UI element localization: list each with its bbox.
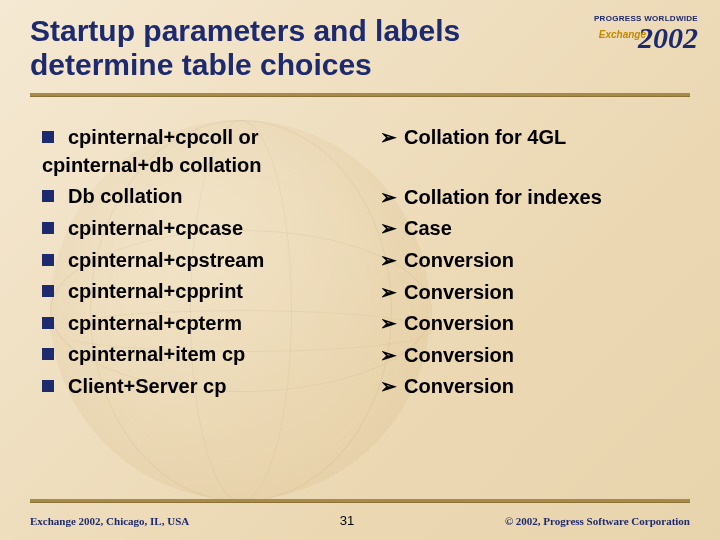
list-item: ➢ Collation for 4GL <box>380 124 696 152</box>
arrow-bullet-icon: ➢ <box>380 279 398 307</box>
list-item: cpinternal+cpcase <box>42 215 372 243</box>
list-item: ➢ Conversion <box>380 279 696 307</box>
list-item: cpinternal+cpprint <box>42 278 372 306</box>
list-item: ➢ Conversion <box>380 247 696 275</box>
square-bullet-icon <box>42 254 54 266</box>
logo-exchange: Exchange <box>599 29 646 40</box>
item-text: Conversion <box>404 310 514 338</box>
list-item: ➢ Conversion <box>380 310 696 338</box>
arrow-bullet-icon: ➢ <box>380 184 398 212</box>
item-text: Collation for 4GL <box>404 124 566 152</box>
arrow-bullet-icon: ➢ <box>380 342 398 370</box>
footer-right: © 2002, Progress Software Corporation <box>505 515 690 527</box>
square-bullet-icon <box>42 131 54 143</box>
item-text: cpinternal+cpterm <box>68 310 242 338</box>
square-bullet-icon <box>42 285 54 297</box>
item-text-cont: cpinternal+db collation <box>42 152 372 180</box>
list-item: ➢ Case <box>380 215 696 243</box>
left-column: cpinternal+cpcoll or cpinternal+db colla… <box>42 124 372 405</box>
item-text: Conversion <box>404 373 514 401</box>
item-text: Client+Server cp <box>68 373 226 401</box>
item-text: cpinternal+cpcoll or <box>68 124 259 152</box>
square-bullet-icon <box>42 348 54 360</box>
item-text: Case <box>404 215 452 243</box>
list-item: cpinternal+cpterm <box>42 310 372 338</box>
right-column: ➢ Collation for 4GL ➢ Collation for inde… <box>372 124 696 405</box>
arrow-bullet-icon: ➢ <box>380 124 398 152</box>
footer-left: Exchange 2002, Chicago, IL, USA <box>30 515 189 527</box>
item-text: cpinternal+cpprint <box>68 278 243 306</box>
square-bullet-icon <box>42 317 54 329</box>
list-item: ➢ Conversion <box>380 373 696 401</box>
item-text: Conversion <box>404 279 514 307</box>
arrow-bullet-icon: ➢ <box>380 247 398 275</box>
conference-logo: PROGRESS WORLDWIDE Exchange 2002 <box>594 14 698 53</box>
logo-year: 2002 <box>638 21 698 54</box>
list-item: ➢ Conversion <box>380 342 696 370</box>
item-text: cpinternal+cpcase <box>68 215 243 243</box>
list-item: cpinternal+cpstream <box>42 247 372 275</box>
item-text: Db collation <box>68 183 182 211</box>
content-columns: cpinternal+cpcoll or cpinternal+db colla… <box>0 96 720 405</box>
arrow-bullet-icon: ➢ <box>380 373 398 401</box>
list-item: cpinternal+item cp <box>42 341 372 369</box>
square-bullet-icon <box>42 222 54 234</box>
item-text: cpinternal+cpstream <box>68 247 264 275</box>
item-text: Conversion <box>404 247 514 275</box>
arrow-bullet-icon: ➢ <box>380 310 398 338</box>
footer-rule <box>30 499 690 502</box>
square-bullet-icon <box>42 190 54 202</box>
arrow-bullet-icon: ➢ <box>380 215 398 243</box>
list-item: Client+Server cp <box>42 373 372 401</box>
item-text: Collation for indexes <box>404 184 602 212</box>
item-text: Conversion <box>404 342 514 370</box>
page-number: 31 <box>340 513 354 528</box>
square-bullet-icon <box>42 380 54 392</box>
item-text: cpinternal+item cp <box>68 341 245 369</box>
list-item: Db collation <box>42 183 372 211</box>
list-item: ➢ Collation for indexes <box>380 184 696 212</box>
list-item: cpinternal+cpcoll or cpinternal+db colla… <box>42 124 372 179</box>
footer: Exchange 2002, Chicago, IL, USA 31 © 200… <box>30 513 690 528</box>
